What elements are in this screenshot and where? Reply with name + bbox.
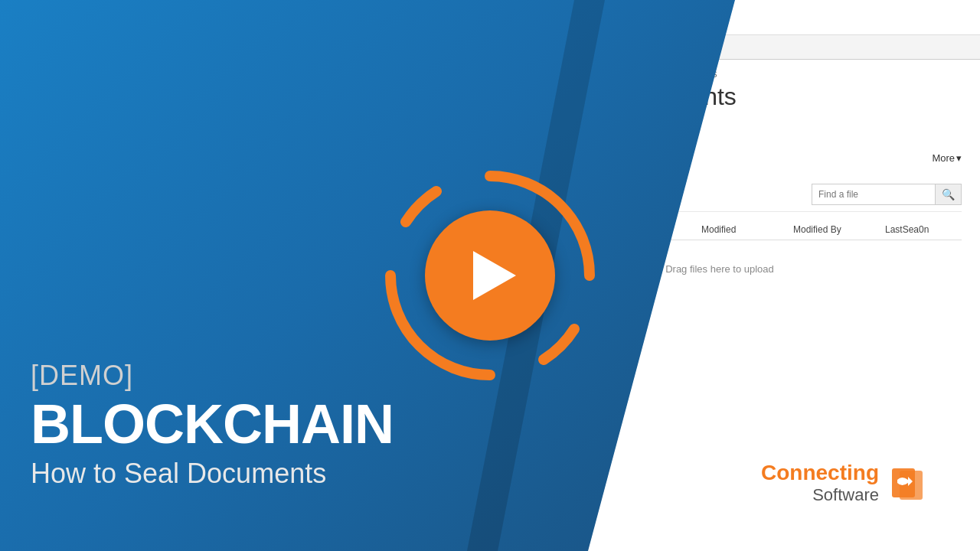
play-triangle-icon: [473, 251, 516, 300]
blockchain-title: BLOCKCHAIN: [31, 396, 394, 452]
col-modified-by[interactable]: Modified By: [793, 224, 885, 235]
subtitle: How to Seal Documents: [31, 458, 394, 490]
search-input[interactable]: [812, 184, 935, 204]
text-overlay: [DEMO] BLOCKCHAIN How to Seal Documents: [31, 360, 394, 490]
more-button[interactable]: More ▾: [932, 152, 962, 164]
cs-text: Connecting Software: [761, 461, 879, 505]
play-area[interactable]: [383, 168, 597, 383]
cs-software-label: Software: [761, 485, 879, 505]
search-button[interactable]: 🔍: [935, 184, 961, 204]
connecting-software-logo: Connecting Software: [761, 461, 934, 505]
more-label: More: [932, 152, 955, 164]
search-box[interactable]: 🔍: [812, 184, 962, 205]
col-last[interactable]: LastSea0n: [885, 224, 962, 235]
play-button[interactable]: [425, 210, 555, 341]
demo-tag: [DEMO]: [31, 360, 394, 392]
drop-message: Drag files here to upload: [665, 263, 774, 275]
cs-connecting-label: Connecting: [761, 461, 879, 485]
main-container: ⋮⋮⋮ Office 365 SharePoint BROWSE FILES L…: [0, 0, 980, 551]
cs-logo-icon: [888, 465, 934, 503]
col-modified[interactable]: Modified: [701, 224, 793, 235]
more-chevron-icon: ▾: [956, 152, 962, 164]
svg-rect-2: [900, 471, 923, 500]
arc-container: [383, 168, 597, 383]
